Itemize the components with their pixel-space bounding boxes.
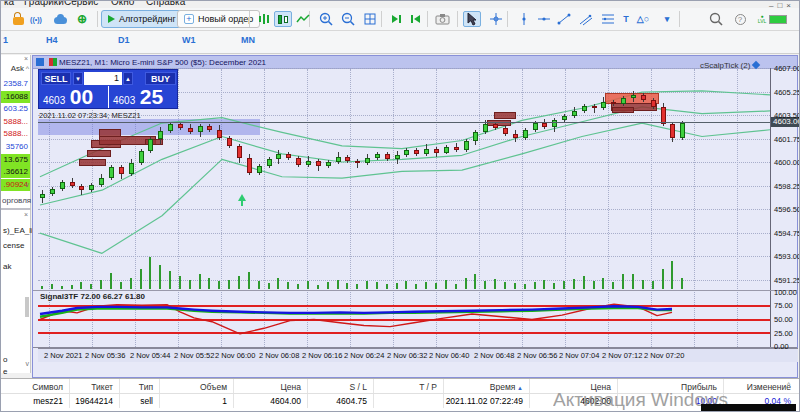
navigator-scrollbar[interactable] (25, 297, 29, 317)
timeframe-MN[interactable]: MN (241, 35, 255, 45)
market-watch-row[interactable]: 5888... (1, 116, 30, 128)
cloud-icon[interactable] (51, 11, 69, 27)
help-icon[interactable]: ? (731, 11, 749, 27)
table-header-Время[interactable]: Время ▲ (443, 382, 523, 392)
trendline-icon[interactable] (555, 11, 573, 27)
candles-chart-icon[interactable] (274, 11, 292, 27)
table-header-Изменение[interactable]: Изменение (723, 382, 791, 392)
channel-icon[interactable] (577, 11, 595, 27)
fibo-icon[interactable] (599, 11, 617, 27)
connection-bar[interactable] (769, 11, 787, 27)
navigator-item[interactable]: o (3, 355, 7, 364)
buy-button[interactable]: BUY (145, 72, 176, 85)
menu-item-Справка[interactable]: Справка (146, 1, 185, 7)
zoom-out-icon[interactable] (339, 11, 357, 27)
market-watch-row[interactable]: 2358.7 (1, 78, 30, 90)
market-watch-close-icon[interactable]: × (24, 55, 28, 62)
table-header-Тип[interactable]: Тип (119, 382, 153, 392)
volume-bar (386, 284, 388, 289)
horizontal-line-icon[interactable] (535, 11, 553, 27)
market-watch-row[interactable]: 5888... (1, 128, 30, 140)
table-header-Символ[interactable]: Символ (1, 382, 63, 392)
market-watch-row[interactable]: 603.25 (1, 103, 30, 115)
sell-button[interactable]: SELL (41, 72, 71, 85)
navigator-item[interactable]: cense (3, 241, 24, 250)
line-chart-icon[interactable] (294, 11, 312, 27)
scroll-down-icon[interactable]: v (26, 181, 30, 188)
table-cell[interactable]: 19644214 (69, 396, 113, 406)
table-cell[interactable]: sell (119, 396, 153, 406)
search-icon[interactable] (707, 11, 725, 27)
menu-item-Графики[interactable]: Графики (24, 1, 64, 7)
table-header-Цена[interactable]: Цена (233, 382, 301, 392)
market-watch-row[interactable]: .16088 (1, 91, 30, 103)
table-cell[interactable]: 2021.11.02 07:22:49 (443, 396, 523, 406)
volume-decrease-button[interactable]: ▼ (73, 72, 83, 85)
table-header-S / L[interactable]: S / L (307, 382, 367, 392)
vertical-line-icon[interactable] (515, 11, 533, 27)
market-watch-row[interactable]: 13.675 (1, 154, 30, 166)
volume-bar (671, 261, 673, 289)
table-cell[interactable]: 1 (159, 396, 227, 406)
web-terminal-icon[interactable]: ⊕ (73, 11, 91, 27)
navigator-item[interactable]: s)_EA_li (3, 226, 33, 235)
table-header-Объем[interactable]: Объем (159, 382, 227, 392)
candle-up (533, 123, 538, 130)
timeframe-W1[interactable]: W1 (182, 35, 196, 45)
tile-windows-icon[interactable] (361, 11, 379, 27)
sell-price[interactable]: 4603 00 (43, 85, 93, 109)
candle-up (375, 154, 380, 158)
scroll-up-icon[interactable]: ^ (26, 65, 29, 72)
timeframe-H4[interactable]: H4 (46, 35, 58, 45)
timeframe-D1[interactable]: D1 (118, 35, 130, 45)
shapes-icon[interactable]: △○ (634, 11, 652, 27)
volume-input[interactable]: 1 (84, 72, 122, 85)
table-cell[interactable]: 4604.00 (233, 396, 301, 406)
price-divider (108, 86, 109, 108)
candle-up (582, 106, 587, 111)
objects-dropdown-icon[interactable]: ▾ (658, 11, 676, 27)
candle-up (40, 194, 45, 198)
chart-shift-icon[interactable] (407, 11, 425, 27)
table-scroll-up-icon[interactable]: ^ (787, 381, 790, 388)
volume-increase-button[interactable]: ▲ (123, 72, 133, 85)
market-watch-row[interactable]: 35760 (1, 141, 30, 153)
volume-bar (435, 283, 437, 289)
navigator-item[interactable]: e (3, 367, 7, 376)
timeframe-1[interactable]: 1 (3, 35, 8, 45)
menu-item-ка[interactable]: ка (4, 1, 14, 7)
table-header-Тикет[interactable]: Тикет (69, 382, 113, 392)
table-cell[interactable]: mesz21 (1, 396, 63, 406)
navigator-scroll-down-icon[interactable]: v (26, 360, 30, 367)
navigator-close-icon[interactable]: × (24, 211, 28, 218)
candle-up (572, 111, 577, 116)
menu-item-Сервис[interactable]: Сервис (64, 1, 98, 7)
buy-price[interactable]: 4603 25 (113, 85, 163, 109)
volume-bar (602, 278, 604, 289)
panel-separator[interactable] (33, 290, 797, 291)
cursor-icon[interactable] (463, 11, 481, 27)
text-tool-icon[interactable]: T (617, 11, 635, 27)
market-icon[interactable] (9, 11, 27, 27)
algo-trading-button[interactable]: Алготрейдинг (101, 10, 183, 28)
market-watch-row[interactable]: .36612 (1, 166, 30, 178)
crosshair-icon[interactable] (487, 11, 505, 27)
new-order-button[interactable]: + Новый ордер (177, 10, 260, 28)
candle-up (99, 178, 104, 185)
screenshot-icon[interactable] (433, 11, 451, 27)
table-cell[interactable]: 4604.75 (307, 396, 367, 406)
zoom-in-icon[interactable] (317, 11, 335, 27)
table-header-T / P[interactable]: T / P (373, 382, 437, 392)
signals-icon[interactable]: ((•)) (27, 11, 45, 27)
menu-item-Окно[interactable]: Окно (111, 1, 134, 7)
auto-scroll-icon[interactable] (387, 11, 405, 27)
market-watch-tab-label[interactable]: орговля (2, 196, 31, 205)
bars-chart-icon[interactable] (255, 11, 273, 27)
candle-down (296, 158, 301, 165)
indicator-label: Signal3TF 72.00 66.27 61.80 (40, 292, 145, 301)
navigator-item[interactable]: ak (3, 262, 11, 271)
candle-down (227, 138, 232, 146)
play-icon (108, 15, 115, 23)
candle-down (641, 95, 646, 100)
volume-bar (159, 265, 161, 289)
